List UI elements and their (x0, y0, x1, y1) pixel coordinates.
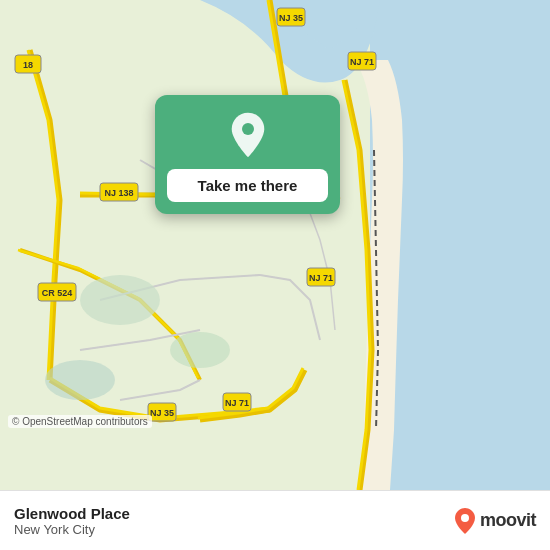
location-info: Glenwood Place New York City (14, 505, 130, 537)
moovit-pin-icon (454, 507, 476, 535)
moovit-logo[interactable]: moovit (454, 507, 536, 535)
svg-text:CR 524: CR 524 (42, 288, 73, 298)
take-me-there-button[interactable]: Take me there (167, 169, 328, 202)
svg-point-21 (242, 123, 254, 135)
svg-text:NJ 35: NJ 35 (279, 13, 303, 23)
osm-credit: © OpenStreetMap contributors (8, 415, 152, 428)
map-container: 18 NJ 35 NJ 71 NJ 138 NJ 71 CR 524 NJ 35… (0, 0, 550, 490)
location-pin-icon (224, 111, 272, 159)
svg-text:NJ 138: NJ 138 (104, 188, 133, 198)
location-city: New York City (14, 522, 130, 537)
svg-point-3 (45, 360, 115, 400)
svg-point-4 (170, 332, 230, 368)
location-name: Glenwood Place (14, 505, 130, 522)
moovit-text: moovit (480, 510, 536, 531)
bottom-bar: Glenwood Place New York City moovit (0, 490, 550, 550)
svg-text:NJ 35: NJ 35 (150, 408, 174, 418)
svg-text:NJ 71: NJ 71 (225, 398, 249, 408)
svg-text:NJ 71: NJ 71 (309, 273, 333, 283)
svg-text:NJ 71: NJ 71 (350, 57, 374, 67)
svg-point-2 (80, 275, 160, 325)
popup-card: Take me there (155, 95, 340, 214)
svg-text:18: 18 (23, 60, 33, 70)
svg-point-22 (461, 514, 469, 522)
